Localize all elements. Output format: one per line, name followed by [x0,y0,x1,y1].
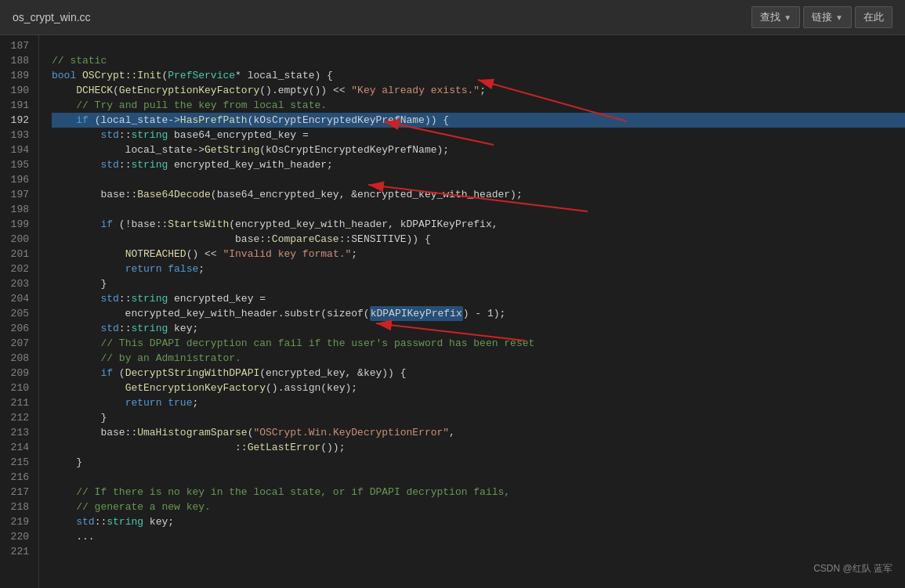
code-211-kw: return [125,395,162,410]
code-209-fn: DecryptStringWithDPAPI [125,366,260,381]
ln-190: 190 [6,83,29,98]
code-190-fn2: GetEncryptionKeyFactory [119,83,259,98]
code-193-type: string [131,128,168,142]
code-line-205: encrypted_key_with_header.substr(sizeof(… [52,306,905,321]
code-line-213: base:: UmaHistogramSparse ( "OSCrypt.Win… [52,425,905,440]
code-189-kw1: bool [52,68,76,83]
code-219-kw: std [76,514,94,529]
code-line-206: std :: string key; [52,321,905,336]
ln-209: 209 [6,366,29,381]
ln-212: 212 [6,410,29,425]
code-199-fn: StartsWith [168,217,229,232]
link-button[interactable]: 链接 ▼ [803,6,852,28]
code-208-comment: // by an Administrator. [100,351,241,366]
code-211-kw2: true [168,395,192,410]
ln-192: 192 [6,113,29,128]
ln-193: 193 [6,128,29,142]
code-219-type: string [107,514,143,529]
ln-196: 196 [6,172,29,187]
code-line-207: // This DPAPI decryption can fail if the… [52,336,905,351]
code-line-191: // Try and pull the key from local state… [52,98,905,113]
ln-204: 204 [6,291,29,306]
code-line-200: base:: CompareCase ::SENSITIVE)) { [52,232,905,247]
ln-219: 219 [6,514,29,529]
ln-203: 203 [6,276,29,291]
toolbar-right: 查找 ▼ 链接 ▼ 在此 [751,6,892,28]
code-188-comment: // static [52,53,107,68]
ln-216: 216 [6,470,29,485]
code-line-195: std :: string encrypted_key_with_header; [52,157,905,172]
ln-199: 199 [6,217,29,232]
ln-207: 207 [6,336,29,351]
code-189-type: PrefService [168,68,235,83]
search-button[interactable]: 查找 ▼ [751,6,800,28]
editor-container: 187 188 189 190 191 192 193 194 195 196 … [0,35,905,588]
title-bar: os_crypt_win.cc 查找 ▼ 链接 ▼ 在此 [0,0,905,35]
code-line-216 [52,470,905,485]
ln-215: 215 [6,455,29,470]
ln-194: 194 [6,142,29,157]
code-195-kw: std [100,157,118,172]
code-line-215: } [52,455,905,470]
ln-218: 218 [6,500,29,514]
code-213-str: "OSCrypt.Win.KeyDecryptionError" [253,425,449,440]
ln-208: 208 [6,351,29,366]
code-201-fn: NOTREACHED [125,247,186,262]
code-199-kw: if [100,217,113,232]
code-line-202: return false ; [52,262,905,276]
ln-188: 188 [6,53,29,68]
code-201-str: "Invalid key format." [223,247,351,262]
code-202-kw2: false [168,262,198,276]
title-left: os_crypt_win.cc [13,11,91,23]
code-206-type: string [131,321,168,336]
code-207-comment: // This DPAPI decryption can fail if the… [100,336,534,351]
ln-210: 210 [6,381,29,395]
ln-205: 205 [6,306,29,321]
code-area[interactable]: // static bool OSCrypt::Init ( PrefServi… [39,35,905,588]
code-line-189: bool OSCrypt::Init ( PrefService * local… [52,68,905,83]
code-213-fn: UmaHistogramSparse [137,425,247,440]
code-197-fn: Base64Decode [137,187,211,202]
code-line-212: } [52,410,905,425]
ln-213: 213 [6,425,29,440]
ln-206: 206 [6,321,29,336]
search-dropdown-arrow: ▼ [784,13,791,22]
here-button[interactable]: 在此 [855,6,892,28]
code-line-199: if (!base:: StartsWith (encrypted_key_wi… [52,217,905,232]
code-line-196 [52,172,905,187]
code-line-211: return true ; [52,395,905,410]
ln-217: 217 [6,485,29,500]
search-label: 查找 [760,10,780,24]
code-line-214: :: GetLastError ()); [52,440,905,455]
code-190-str: "Key already exists." [351,83,480,98]
code-210-fn: GetEncryptionKeyFactory [125,381,266,395]
code-line-221 [52,544,905,559]
watermark: CSDN @红队 蓝军 [813,562,892,575]
code-line-188: // static [52,53,905,68]
code-192-kw: if [76,113,89,128]
code-line-197: base:: Base64Decode (base64_encrypted_ke… [52,187,905,202]
ln-187: 187 [6,38,29,53]
code-217-comment: // If there is no key in the local state… [76,485,510,500]
ln-201: 201 [6,247,29,262]
code-192-fn: HasPrefPath [180,113,248,128]
ln-220: 220 [6,529,29,544]
code-line-219: std :: string key; [52,514,905,529]
code-line-203: } [52,276,905,291]
ln-214: 214 [6,440,29,455]
code-line-210: GetEncryptionKeyFactory ().assign(key); [52,381,905,395]
ln-211: 211 [6,395,29,410]
code-line-198 [52,202,905,217]
code-line-187 [52,38,905,53]
code-214-fn: GetLastError [248,440,321,455]
ln-189: 189 [6,68,29,83]
code-line-194: local_state-> GetString (kOsCryptEncrypt… [52,142,905,157]
code-193-kw: std [100,128,118,142]
code-line-192: if (local_state-> HasPrefPath (kOsCryptE… [52,113,905,128]
code-204-kw: std [100,291,118,306]
code-line-220: ... [52,529,905,544]
link-label: 链接 [812,10,832,24]
code-194-fn: GetString [205,142,259,157]
code-line-190: DCHECK ( GetEncryptionKeyFactory ().empt… [52,83,905,98]
code-line-209: if ( DecryptStringWithDPAPI (encrypted_k… [52,366,905,381]
